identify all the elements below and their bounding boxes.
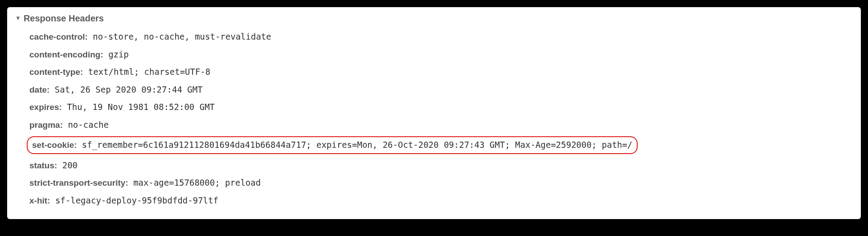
section-title: Response Headers [24,13,104,24]
header-value: text/html; charset=UTF-8 [83,67,210,77]
header-row: set-cookie: sf_remember=6c161a9121128016… [28,134,853,157]
header-name: pragma: [29,120,63,130]
header-value: sf-legacy-deploy-95f9bdfdd-97ltf [50,195,218,205]
header-value: Sat, 26 Sep 2020 09:27:44 GMT [49,85,202,94]
header-name: x-hit: [29,196,50,205]
header-row: content-encoding: gzip [28,46,853,64]
header-value: max-age=15768000; preload [128,178,261,187]
header-row: date: Sat, 26 Sep 2020 09:27:44 GMT [28,81,853,99]
header-value: sf_remember=6c161a912112801694da41b66844… [77,140,632,150]
header-value: 200 [57,160,78,170]
header-row: x-hit: sf-legacy-deploy-95f9bdfdd-97ltf [28,192,853,210]
header-name: cache-control: [29,32,88,41]
headers-list: cache-control: no-store, no-cache, must-… [15,28,853,209]
response-headers-panel: ▼ Response Headers cache-control: no-sto… [7,7,861,219]
header-name: content-encoding: [29,50,103,59]
header-name: set-cookie: [32,140,77,150]
header-row: status: 200 [28,157,853,175]
header-row: strict-transport-security: max-age=15768… [28,174,853,192]
header-row: expires: Thu, 19 Nov 1981 08:52:00 GMT [28,98,853,116]
header-value: no-cache [63,120,109,130]
header-row: pragma: no-cache [28,116,853,134]
disclosure-triangle-icon: ▼ [15,15,21,21]
header-value: gzip [103,49,129,59]
header-row: content-type: text/html; charset=UTF-8 [28,63,853,81]
header-value: Thu, 19 Nov 1981 08:52:00 GMT [62,102,215,112]
header-row: cache-control: no-store, no-cache, must-… [28,28,853,46]
header-name: date: [29,85,49,94]
header-value: no-store, no-cache, must-revalidate [88,32,271,41]
highlighted-header: set-cookie: sf_remember=6c161a9121128016… [27,136,638,154]
header-name: expires: [29,102,62,112]
header-name: status: [29,161,57,170]
section-header[interactable]: ▼ Response Headers [15,13,853,24]
header-name: content-type: [29,67,83,77]
header-name: strict-transport-security: [29,178,128,187]
